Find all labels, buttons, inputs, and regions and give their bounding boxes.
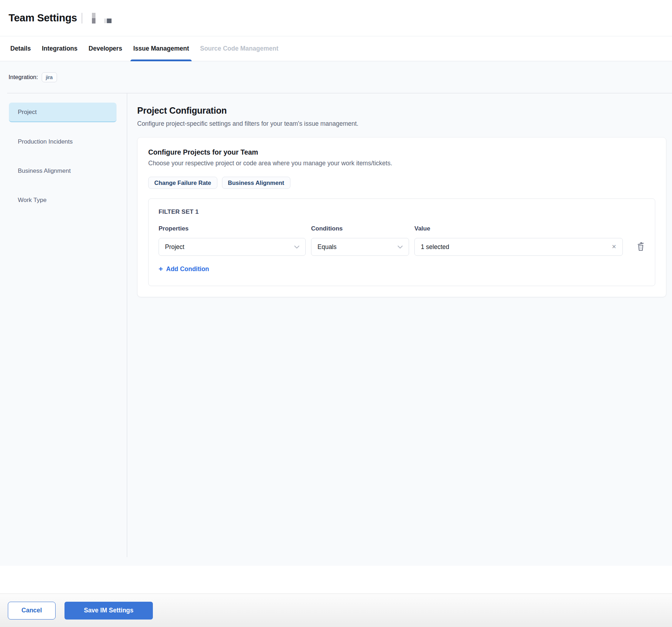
value-multiselect[interactable]: 1 selected ✕ [414,238,623,256]
conditions-select-value: Equals [317,243,337,251]
section-title: Project Configuration [137,105,666,116]
sidebar-item-project[interactable]: Project [9,103,117,122]
cancel-button[interactable]: Cancel [8,602,56,620]
configure-projects-card: Configure Projects for your Team Choose … [137,137,666,297]
plus-icon: + [159,265,163,273]
project-chips: Change Failure Rate Business Alignment [148,177,655,189]
sidebar-item-production-incidents[interactable]: Production Incidents [9,132,117,151]
filter-set-title: FILTER SET 1 [159,208,645,216]
clear-icon[interactable]: ✕ [612,244,616,250]
settings-tabbar: Details Integrations Developers Issue Ma… [0,36,672,61]
trash-icon [636,242,645,252]
value-column-label: Value [414,225,623,232]
filter-set-1: FILTER SET 1 Properties Conditions Value… [148,198,655,286]
chevron-down-icon [294,245,299,249]
properties-column-label: Properties [159,225,306,232]
settings-content: Integration: jira Project Production Inc… [0,61,672,566]
tab-issue-management[interactable]: Issue Management [133,36,189,61]
chip-change-failure-rate[interactable]: Change Failure Rate [148,177,217,189]
tab-developers[interactable]: Developers [89,36,122,61]
redacted-team-badge [104,19,112,23]
add-condition-label: Add Condition [166,265,209,273]
tab-source-code-management[interactable]: Source Code Management [200,36,278,61]
tab-integrations[interactable]: Integrations [42,36,77,61]
add-condition-button[interactable]: + Add Condition [159,265,209,273]
integration-row: Integration: jira [0,61,672,93]
action-footer: Cancel Save IM Settings [0,594,672,627]
conditions-column-label: Conditions [311,225,409,232]
chevron-down-icon [398,245,403,249]
card-title: Configure Projects for your Team [148,148,655,156]
footer-spacer [0,566,672,594]
page-title: Team Settings [9,12,77,24]
properties-select-value: Project [165,243,184,251]
config-sidebar: Project Production Incidents Business Al… [0,93,127,557]
integration-badge: jira [42,72,57,82]
sidebar-item-work-type[interactable]: Work Type [9,190,117,210]
sidebar-item-business-alignment[interactable]: Business Alignment [9,161,117,181]
properties-select[interactable]: Project [159,238,306,256]
main-panel: Project Configuration Configure project-… [127,93,672,566]
delete-filter-button[interactable] [636,242,645,252]
tab-details[interactable]: Details [10,36,31,61]
chip-business-alignment[interactable]: Business Alignment [222,177,290,189]
card-subtitle: Choose your respective project or code a… [148,160,655,167]
redacted-team-name [92,13,95,24]
save-im-settings-button[interactable]: Save IM Settings [64,602,153,620]
app-header: Team Settings [0,0,672,36]
value-select-text: 1 selected [421,243,449,251]
integration-label: Integration: [9,74,38,81]
conditions-select[interactable]: Equals [311,238,409,256]
title-separator [82,13,82,24]
section-subtitle: Configure project-specific settings and … [137,120,666,128]
